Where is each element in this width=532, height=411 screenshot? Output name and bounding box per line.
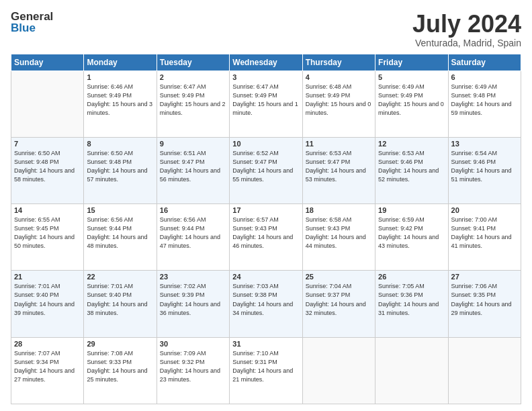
day-number: 28 — [14, 340, 81, 348]
calendar-cell: 19Sunrise: 6:59 AMSunset: 9:42 PMDayligh… — [375, 204, 448, 271]
day-info: Sunrise: 6:53 AMSunset: 9:47 PMDaylight:… — [306, 149, 372, 184]
day-number: 4 — [306, 73, 372, 81]
day-info: Sunrise: 6:49 AMSunset: 9:49 PMDaylight:… — [378, 83, 445, 118]
day-number: 16 — [160, 206, 226, 214]
title-block: July 2024 Venturada, Madrid, Spain — [412, 11, 521, 48]
day-info: Sunrise: 7:04 AMSunset: 9:37 PMDaylight:… — [306, 282, 372, 317]
day-info: Sunrise: 6:56 AMSunset: 9:44 PMDaylight:… — [160, 216, 226, 250]
day-number: 1 — [87, 73, 153, 81]
day-number: 3 — [232, 73, 299, 81]
day-number: 19 — [378, 206, 445, 214]
day-number: 6 — [451, 73, 518, 81]
day-number: 12 — [378, 140, 445, 148]
calendar-cell — [11, 71, 84, 137]
calendar-cell: 27Sunrise: 7:06 AMSunset: 9:35 PMDayligh… — [448, 271, 521, 337]
calendar-week-row: 1Sunrise: 6:46 AMSunset: 9:49 PMDaylight… — [11, 71, 521, 137]
calendar-cell: 13Sunrise: 6:54 AMSunset: 9:46 PMDayligh… — [448, 137, 521, 203]
calendar-cell: 3Sunrise: 6:47 AMSunset: 9:49 PMDaylight… — [230, 71, 302, 137]
day-info: Sunrise: 6:54 AMSunset: 9:46 PMDaylight:… — [451, 149, 518, 184]
calendar-cell: 24Sunrise: 7:03 AMSunset: 9:38 PMDayligh… — [230, 271, 302, 337]
day-info: Sunrise: 6:56 AMSunset: 9:44 PMDaylight:… — [87, 216, 153, 250]
logo-text: General Blue — [11, 11, 53, 34]
logo: General Blue — [11, 11, 53, 34]
day-number: 23 — [160, 273, 226, 281]
logo-general: General — [11, 11, 53, 22]
calendar-table: SundayMondayTuesdayWednesdayThursdayFrid… — [11, 54, 521, 404]
day-info: Sunrise: 7:08 AMSunset: 9:33 PMDaylight:… — [87, 349, 153, 384]
day-info: Sunrise: 6:47 AMSunset: 9:49 PMDaylight:… — [160, 83, 226, 118]
day-number: 22 — [87, 273, 153, 281]
subtitle: Venturada, Madrid, Spain — [412, 38, 521, 48]
calendar-cell: 6Sunrise: 6:49 AMSunset: 9:48 PMDaylight… — [448, 71, 521, 137]
day-info: Sunrise: 6:49 AMSunset: 9:48 PMDaylight:… — [451, 83, 518, 118]
day-header-sunday: Sunday — [11, 54, 84, 71]
day-info: Sunrise: 6:57 AMSunset: 9:43 PMDaylight:… — [232, 216, 299, 250]
day-number: 27 — [451, 273, 518, 281]
day-header-friday: Friday — [375, 54, 448, 71]
calendar-cell: 14Sunrise: 6:55 AMSunset: 9:45 PMDayligh… — [11, 204, 84, 271]
calendar-cell: 22Sunrise: 7:01 AMSunset: 9:40 PMDayligh… — [84, 271, 157, 337]
day-info: Sunrise: 7:09 AMSunset: 9:32 PMDaylight:… — [160, 349, 226, 384]
day-info: Sunrise: 6:52 AMSunset: 9:47 PMDaylight:… — [232, 149, 299, 184]
calendar-cell: 29Sunrise: 7:08 AMSunset: 9:33 PMDayligh… — [84, 337, 157, 404]
calendar-cell: 4Sunrise: 6:48 AMSunset: 9:49 PMDaylight… — [302, 71, 375, 137]
day-number: 14 — [14, 206, 81, 214]
day-info: Sunrise: 6:50 AMSunset: 9:48 PMDaylight:… — [87, 149, 153, 184]
calendar-cell: 15Sunrise: 6:56 AMSunset: 9:44 PMDayligh… — [84, 204, 157, 271]
day-info: Sunrise: 7:01 AMSunset: 9:40 PMDaylight:… — [87, 282, 153, 317]
calendar-cell: 12Sunrise: 6:53 AMSunset: 9:46 PMDayligh… — [375, 137, 448, 203]
day-number: 25 — [306, 273, 372, 281]
day-info: Sunrise: 7:06 AMSunset: 9:35 PMDaylight:… — [451, 282, 518, 317]
day-info: Sunrise: 7:07 AMSunset: 9:34 PMDaylight:… — [14, 349, 81, 384]
calendar-cell: 20Sunrise: 7:00 AMSunset: 9:41 PMDayligh… — [448, 204, 521, 271]
day-number: 21 — [14, 273, 81, 281]
calendar-cell: 17Sunrise: 6:57 AMSunset: 9:43 PMDayligh… — [230, 204, 302, 271]
calendar-cell: 7Sunrise: 6:50 AMSunset: 9:48 PMDaylight… — [11, 137, 84, 203]
day-info: Sunrise: 6:46 AMSunset: 9:49 PMDaylight:… — [87, 83, 153, 118]
calendar-week-row: 21Sunrise: 7:01 AMSunset: 9:40 PMDayligh… — [11, 271, 521, 337]
calendar-cell: 9Sunrise: 6:51 AMSunset: 9:47 PMDaylight… — [157, 137, 229, 203]
day-number: 20 — [451, 206, 518, 214]
day-number: 26 — [378, 273, 445, 281]
calendar-header-row: SundayMondayTuesdayWednesdayThursdayFrid… — [11, 54, 521, 71]
day-header-monday: Monday — [84, 54, 157, 71]
calendar-cell: 18Sunrise: 6:58 AMSunset: 9:43 PMDayligh… — [302, 204, 375, 271]
calendar-cell: 10Sunrise: 6:52 AMSunset: 9:47 PMDayligh… — [230, 137, 302, 203]
calendar-cell: 2Sunrise: 6:47 AMSunset: 9:49 PMDaylight… — [157, 71, 229, 137]
calendar-cell: 21Sunrise: 7:01 AMSunset: 9:40 PMDayligh… — [11, 271, 84, 337]
day-info: Sunrise: 6:55 AMSunset: 9:45 PMDaylight:… — [14, 216, 81, 250]
calendar-week-row: 14Sunrise: 6:55 AMSunset: 9:45 PMDayligh… — [11, 204, 521, 271]
day-number: 9 — [160, 140, 226, 148]
day-number: 15 — [87, 206, 153, 214]
day-number: 5 — [378, 73, 445, 81]
day-info: Sunrise: 6:50 AMSunset: 9:48 PMDaylight:… — [14, 149, 81, 184]
calendar-cell: 11Sunrise: 6:53 AMSunset: 9:47 PMDayligh… — [302, 137, 375, 203]
calendar-cell: 16Sunrise: 6:56 AMSunset: 9:44 PMDayligh… — [157, 204, 229, 271]
day-header-tuesday: Tuesday — [157, 54, 229, 71]
day-number: 10 — [232, 140, 299, 148]
day-number: 2 — [160, 73, 226, 81]
day-info: Sunrise: 6:58 AMSunset: 9:43 PMDaylight:… — [306, 216, 372, 250]
calendar-cell: 26Sunrise: 7:05 AMSunset: 9:36 PMDayligh… — [375, 271, 448, 337]
day-header-thursday: Thursday — [302, 54, 375, 71]
day-info: Sunrise: 7:10 AMSunset: 9:31 PMDaylight:… — [232, 349, 299, 384]
calendar-week-row: 28Sunrise: 7:07 AMSunset: 9:34 PMDayligh… — [11, 337, 521, 404]
calendar-cell: 8Sunrise: 6:50 AMSunset: 9:48 PMDaylight… — [84, 137, 157, 203]
day-number: 7 — [14, 140, 81, 148]
calendar-cell — [302, 337, 375, 404]
page: General Blue July 2024 Venturada, Madrid… — [0, 0, 532, 411]
calendar-cell — [375, 337, 448, 404]
calendar-cell: 23Sunrise: 7:02 AMSunset: 9:39 PMDayligh… — [157, 271, 229, 337]
calendar-cell: 28Sunrise: 7:07 AMSunset: 9:34 PMDayligh… — [11, 337, 84, 404]
day-number: 8 — [87, 140, 153, 148]
day-info: Sunrise: 6:51 AMSunset: 9:47 PMDaylight:… — [160, 149, 226, 184]
calendar-cell: 30Sunrise: 7:09 AMSunset: 9:32 PMDayligh… — [157, 337, 229, 404]
day-info: Sunrise: 6:53 AMSunset: 9:46 PMDaylight:… — [378, 149, 445, 184]
day-info: Sunrise: 7:00 AMSunset: 9:41 PMDaylight:… — [451, 216, 518, 250]
calendar-cell: 31Sunrise: 7:10 AMSunset: 9:31 PMDayligh… — [230, 337, 302, 404]
header: General Blue July 2024 Venturada, Madrid… — [11, 11, 521, 48]
calendar-cell — [448, 337, 521, 404]
day-header-saturday: Saturday — [448, 54, 521, 71]
day-info: Sunrise: 7:05 AMSunset: 9:36 PMDaylight:… — [378, 282, 445, 317]
day-number: 31 — [232, 340, 299, 348]
